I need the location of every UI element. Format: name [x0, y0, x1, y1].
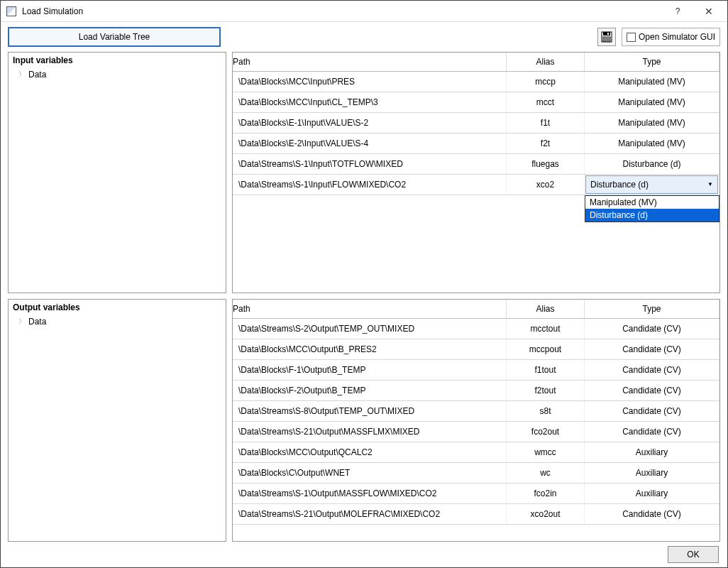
cell-alias[interactable]: f2t: [507, 133, 585, 153]
cell-path[interactable]: \Data\Blocks\E-2\Input\VALUE\S-4: [233, 133, 507, 153]
table-row[interactable]: \Data\Streams\S-21\Output\MASSFLMX\MIXED…: [233, 421, 719, 442]
cell-path[interactable]: \Data\Streams\S-2\Output\TEMP_OUT\MIXED: [233, 318, 507, 339]
table-row[interactable]: \Data\Blocks\MCC\Output\QCALC2wmccAuxili…: [233, 442, 719, 462]
table-row[interactable]: \Data\Streams\S-1\Output\MASSFLOW\MIXED\…: [233, 483, 719, 503]
table-row[interactable]: \Data\Streams\S-21\Output\MOLEFRAC\MIXED…: [233, 503, 719, 524]
cell-type[interactable]: Disturbance (d)▼: [585, 174, 719, 195]
table-row[interactable]: \Data\Streams\S-8\Output\TEMP_OUT\MIXEDs…: [233, 400, 719, 421]
output-table-panel: Path Alias Type \Data\Streams\S-2\Output…: [232, 299, 720, 542]
cell-alias[interactable]: f2tout: [507, 380, 585, 400]
header-path[interactable]: Path: [233, 53, 507, 71]
cell-alias[interactable]: wc: [507, 462, 585, 483]
cell-path[interactable]: \Data\Blocks\C\Output\WNET: [233, 462, 507, 483]
cell-alias[interactable]: fco2in: [507, 483, 585, 503]
cell-alias[interactable]: mcct: [507, 92, 585, 112]
cell-path[interactable]: \Data\Streams\S-21\Output\MOLEFRAC\MIXED…: [233, 503, 507, 524]
cell-type[interactable]: Manipulated (MV): [585, 71, 719, 92]
app-icon: [6, 6, 16, 16]
header-alias[interactable]: Alias: [507, 53, 585, 71]
cell-path[interactable]: \Data\Blocks\MCC\Input\CL_TEMP\3: [233, 92, 507, 112]
cell-path[interactable]: \Data\Streams\S-1\Input\TOTFLOW\MIXED: [233, 153, 507, 174]
cell-alias[interactable]: fco2out: [507, 421, 585, 442]
cell-path[interactable]: \Data\Streams\S-8\Output\TEMP_OUT\MIXED: [233, 400, 507, 421]
cell-alias[interactable]: fluegas: [507, 153, 585, 174]
cell-alias[interactable]: xco2: [507, 174, 585, 195]
output-table: Path Alias Type \Data\Streams\S-2\Output…: [233, 300, 719, 525]
table-row[interactable]: \Data\Blocks\C\Output\WNETwcAuxiliary: [233, 462, 719, 483]
svg-rect-3: [603, 37, 610, 41]
save-button[interactable]: [597, 28, 616, 46]
cell-type[interactable]: Candidate (CV): [585, 359, 719, 380]
input-variables-title: Input variables: [9, 53, 226, 68]
ok-button[interactable]: OK: [668, 546, 719, 563]
cell-path[interactable]: \Data\Blocks\MCC\Input\PRES: [233, 71, 507, 92]
chevron-right-icon: 〉: [18, 70, 26, 80]
cell-alias[interactable]: mcctout: [507, 318, 585, 339]
table-row[interactable]: \Data\Blocks\E-2\Input\VALUE\S-4f2tManip…: [233, 133, 719, 153]
cell-type[interactable]: Disturbance (d): [585, 153, 719, 174]
cell-alias[interactable]: xco2out: [507, 503, 585, 524]
cell-type[interactable]: Auxiliary: [585, 462, 719, 483]
table-row[interactable]: \Data\Blocks\E-1\Input\VALUE\S-2f1tManip…: [233, 112, 719, 133]
type-combo[interactable]: Disturbance (d)▼: [585, 175, 718, 194]
cell-type[interactable]: Manipulated (MV): [585, 133, 719, 153]
table-row[interactable]: \Data\Streams\S-2\Output\TEMP_OUT\MIXEDm…: [233, 318, 719, 339]
dropdown-option-manipulated[interactable]: Manipulated (MV): [585, 196, 719, 209]
cell-type[interactable]: Manipulated (MV): [585, 112, 719, 133]
chevron-down-icon: ▼: [707, 181, 713, 187]
tree-root-label: Data: [28, 70, 46, 80]
input-table: Path Alias Type \Data\Blocks\MCC\Input\P…: [233, 53, 719, 195]
load-variable-tree-button[interactable]: Load Variable Tree: [8, 27, 221, 47]
cell-path[interactable]: \Data\Blocks\F-1\Output\B_TEMP: [233, 359, 507, 380]
cell-type[interactable]: Candidate (CV): [585, 318, 719, 339]
header-type[interactable]: Type: [585, 53, 719, 71]
open-simulator-gui-label: Open Simulator GUI: [639, 32, 715, 42]
cell-alias[interactable]: mccp: [507, 71, 585, 92]
cell-type[interactable]: Auxiliary: [585, 442, 719, 462]
cell-type[interactable]: Manipulated (MV): [585, 92, 719, 112]
close-button[interactable]: ✕: [693, 1, 724, 21]
cell-alias[interactable]: f1t: [507, 112, 585, 133]
cell-path[interactable]: \Data\Blocks\F-2\Output\B_TEMP: [233, 380, 507, 400]
dropdown-option-disturbance[interactable]: Disturbance (d): [585, 209, 719, 222]
cell-path[interactable]: \Data\Blocks\E-1\Input\VALUE\S-2: [233, 112, 507, 133]
titlebar: Load Simulation ? ✕: [1, 1, 727, 22]
cell-type[interactable]: Candidate (CV): [585, 421, 719, 442]
cell-alias[interactable]: wmcc: [507, 442, 585, 462]
table-row[interactable]: \Data\Blocks\F-1\Output\B_TEMPf1toutCand…: [233, 359, 719, 380]
cell-path[interactable]: \Data\Streams\S-1\Output\MASSFLOW\MIXED\…: [233, 483, 507, 503]
cell-type[interactable]: Candidate (CV): [585, 380, 719, 400]
header-type[interactable]: Type: [585, 300, 719, 318]
cell-path[interactable]: \Data\Blocks\MCC\Output\QCALC2: [233, 442, 507, 462]
header-alias[interactable]: Alias: [507, 300, 585, 318]
table-header-row: Path Alias Type: [233, 53, 719, 71]
table-row[interactable]: \Data\Streams\S-1\Input\FLOW\MIXED\CO2xc…: [233, 174, 719, 195]
cell-type[interactable]: Candidate (CV): [585, 339, 719, 359]
help-button[interactable]: ?: [662, 1, 693, 21]
table-row[interactable]: \Data\Blocks\MCC\Input\PRESmccpManipulat…: [233, 71, 719, 92]
cell-path[interactable]: \Data\Streams\S-21\Output\MASSFLMX\MIXED: [233, 421, 507, 442]
table-row[interactable]: \Data\Blocks\F-2\Output\B_TEMPf2toutCand…: [233, 380, 719, 400]
content-area: Input variables 〉 Data Path Alias Type \…: [1, 52, 727, 542]
table-row[interactable]: \Data\Blocks\MCC\Output\B_PRES2mccpoutCa…: [233, 339, 719, 359]
cell-type[interactable]: Auxiliary: [585, 483, 719, 503]
header-path[interactable]: Path: [233, 300, 507, 318]
tree-root-output[interactable]: 〉 Data: [9, 315, 226, 328]
cell-alias[interactable]: mccpout: [507, 339, 585, 359]
cell-alias[interactable]: s8t: [507, 400, 585, 421]
cell-type[interactable]: Candidate (CV): [585, 400, 719, 421]
toolbar: Load Variable Tree Open Simulator GUI: [1, 22, 727, 52]
input-variables-panel: Input variables 〉 Data: [8, 52, 226, 293]
output-variables-title: Output variables: [9, 300, 226, 315]
table-row[interactable]: \Data\Streams\S-1\Input\TOTFLOW\MIXEDflu…: [233, 153, 719, 174]
cell-alias[interactable]: f1tout: [507, 359, 585, 380]
type-dropdown-list[interactable]: Manipulated (MV) Disturbance (d): [585, 195, 719, 222]
table-row[interactable]: \Data\Blocks\MCC\Input\CL_TEMP\3mcctMani…: [233, 92, 719, 112]
tree-root-input[interactable]: 〉 Data: [9, 68, 226, 81]
cell-path[interactable]: \Data\Blocks\MCC\Output\B_PRES2: [233, 339, 507, 359]
input-table-panel: Path Alias Type \Data\Blocks\MCC\Input\P…: [232, 52, 720, 293]
open-simulator-gui-checkbox[interactable]: Open Simulator GUI: [622, 28, 720, 46]
svg-rect-2: [607, 33, 609, 35]
cell-type[interactable]: Candidate (CV): [585, 503, 719, 524]
cell-path[interactable]: \Data\Streams\S-1\Input\FLOW\MIXED\CO2: [233, 174, 507, 195]
